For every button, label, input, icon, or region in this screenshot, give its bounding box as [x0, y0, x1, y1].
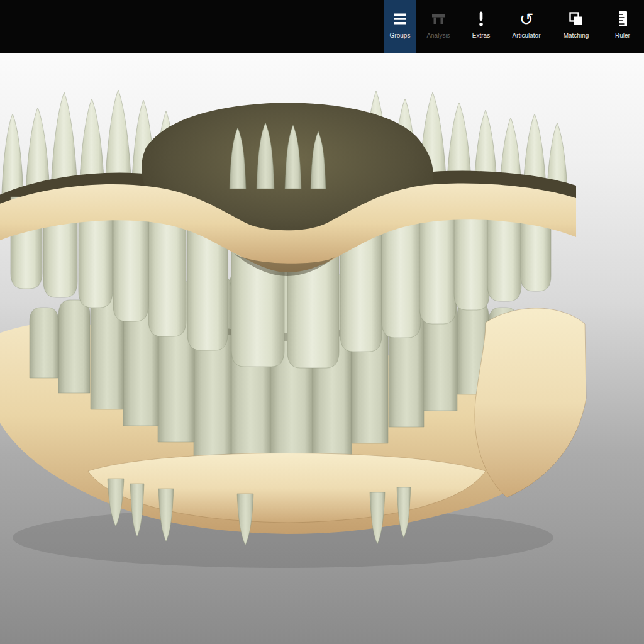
- matching-button[interactable]: Matching: [551, 0, 601, 53]
- groups-menu-icon: [392, 8, 408, 30]
- extras-button[interactable]: Extras: [460, 0, 502, 53]
- articulator-rotate-icon: ↺: [519, 8, 534, 30]
- articulator-button[interactable]: ↺ Articulator: [502, 0, 551, 53]
- upper-tooth-mesh: [382, 217, 421, 338]
- 3d-viewport[interactable]: [0, 53, 644, 644]
- ruler-label: Ruler: [615, 32, 630, 39]
- top-toolbar: Groups Analysis Extras: [0, 0, 644, 53]
- ruler-button[interactable]: Ruler: [601, 0, 644, 53]
- extras-label: Extras: [472, 32, 490, 39]
- mandible-right-bulge-mesh: [475, 308, 586, 497]
- articulator-label: Articulator: [512, 32, 540, 39]
- ruler-icon: [614, 8, 631, 30]
- toolbar-button-group: Groups Analysis Extras: [384, 0, 644, 53]
- groups-button[interactable]: Groups: [384, 0, 416, 53]
- analysis-icon: [430, 8, 447, 30]
- analysis-button: Analysis: [416, 0, 460, 53]
- upper-tooth-mesh: [454, 207, 489, 310]
- extras-exclamation-icon: [473, 8, 489, 30]
- analysis-label: Analysis: [426, 32, 450, 39]
- upper-tooth-mesh: [419, 212, 456, 324]
- matching-layers-icon: [568, 8, 584, 30]
- groups-label: Groups: [390, 32, 411, 39]
- model-canvas[interactable]: [0, 53, 644, 644]
- lower-tooth-mesh: [30, 308, 58, 378]
- upper-tooth-mesh: [113, 209, 148, 321]
- upper-tooth-mesh: [148, 216, 186, 336]
- matching-label: Matching: [564, 32, 589, 39]
- lower-tooth-mesh: [58, 300, 90, 393]
